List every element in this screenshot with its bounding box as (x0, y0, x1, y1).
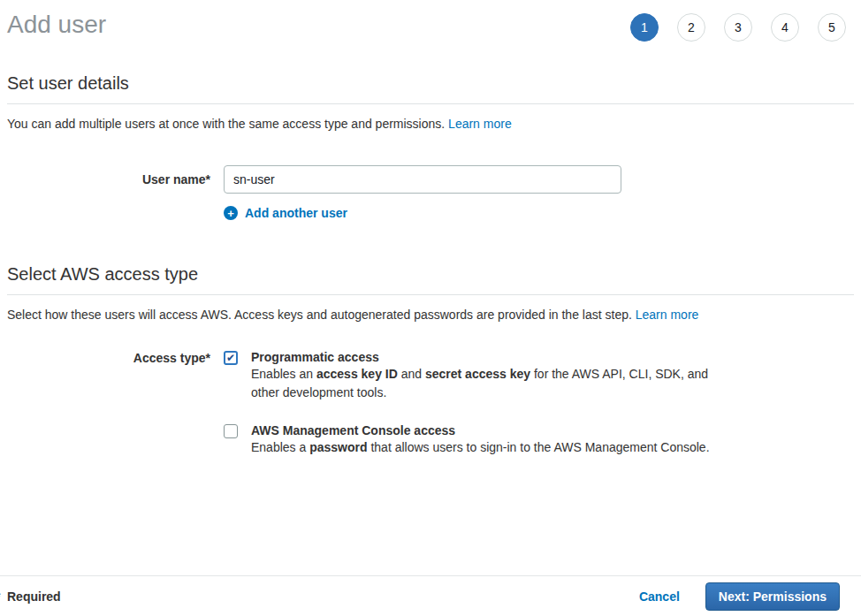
page-header: Add user 1 2 3 4 5 (7, 0, 854, 42)
required-label: Required (7, 589, 61, 604)
learn-more-link-access-type[interactable]: Learn more (636, 308, 699, 322)
console-access-option: ✔ AWS Management Console access Enables … (224, 423, 715, 457)
learn-more-link-user-details[interactable]: Learn more (448, 117, 512, 131)
add-user-page: Add user 1 2 3 4 5 Set user details You … (0, 0, 861, 457)
step-5-circle: 5 (818, 13, 846, 42)
add-another-user-row[interactable]: + Add another user (224, 206, 621, 220)
console-access-title: AWS Management Console access (251, 423, 710, 437)
access-type-description-text: Select how these users will access AWS. … (7, 308, 632, 322)
access-type-label: Access type* (7, 350, 210, 457)
wizard-step-indicator: 1 2 3 4 5 (630, 13, 846, 42)
section-heading-user-details: Set user details (7, 73, 854, 94)
access-type-row: Access type* ✔ Programmatic access Enabl… (7, 350, 854, 457)
required-note: * Required (7, 589, 61, 604)
programmatic-access-checkbox[interactable]: ✔ (224, 351, 238, 365)
next-permissions-button[interactable]: Next: Permissions (705, 582, 840, 611)
programmatic-access-title: Programmatic access (251, 350, 715, 364)
plus-circle-icon[interactable]: + (224, 206, 238, 220)
console-access-checkbox[interactable]: ✔ (224, 424, 238, 438)
section-divider (7, 103, 854, 104)
step-4-circle: 4 (771, 13, 799, 42)
section-divider (7, 294, 854, 295)
user-name-label: User name* (7, 165, 210, 220)
user-details-description: You can add multiple users at once with … (7, 115, 854, 133)
step-3-circle: 3 (724, 13, 752, 42)
console-access-description: Enables a password that allows users to … (251, 438, 710, 457)
user-name-row: User name* + Add another user (7, 165, 854, 220)
add-another-user-link[interactable]: Add another user (245, 206, 347, 220)
programmatic-access-option: ✔ Programmatic access Enables an access … (224, 350, 715, 402)
step-1-circle[interactable]: 1 (630, 13, 659, 42)
access-type-description: Select how these users will access AWS. … (7, 306, 854, 323)
cancel-button[interactable]: Cancel (639, 589, 680, 604)
user-name-input[interactable] (224, 165, 621, 194)
page-title: Add user (7, 9, 106, 41)
programmatic-access-description: Enables an access key ID and secret acce… (251, 365, 715, 402)
section-heading-access-type: Select AWS access type (7, 264, 854, 285)
step-2-circle: 2 (677, 13, 705, 42)
wizard-footer: * Required Cancel Next: Permissions (0, 575, 861, 616)
user-details-description-text: You can add multiple users at once with … (7, 117, 445, 131)
